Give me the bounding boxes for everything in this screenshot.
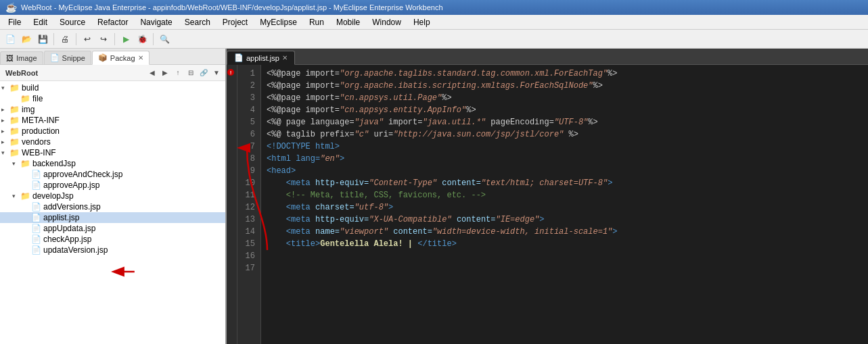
sep1: [53, 33, 54, 45]
tree-item[interactable]: ▾📁WEB-INF: [0, 147, 225, 158]
svg-text:!: !: [230, 70, 232, 76]
error-marker-row: [227, 200, 237, 212]
image-tab-icon: 🖼: [6, 54, 14, 62]
error-marker-row: [227, 103, 237, 115]
menu-item-file[interactable]: File: [3, 16, 26, 28]
menu-item-edit[interactable]: Edit: [28, 16, 53, 28]
menu-item-mobile[interactable]: Mobile: [331, 16, 365, 28]
tree-item[interactable]: ▸📁img: [0, 104, 225, 115]
tree-file-icon: 📁: [20, 191, 30, 201]
error-marker-row: [227, 127, 237, 139]
error-marker-row: [227, 237, 237, 249]
tab-image[interactable]: 🖼 Image: [0, 51, 43, 64]
search-btn[interactable]: 🔍: [157, 32, 172, 47]
tree-item[interactable]: 📄checkApp.jsp: [0, 234, 225, 245]
code-line: <meta http-equiv="Content-Type" content=…: [267, 177, 863, 189]
back-btn[interactable]: ◀: [146, 67, 158, 79]
tree-item[interactable]: 📄appUpdata.jsp: [0, 223, 225, 234]
tree-item[interactable]: ▾📁build: [0, 82, 225, 93]
tree-item-label: addVersions.jsp: [43, 202, 101, 212]
tree-item[interactable]: ▸📁production: [0, 126, 225, 137]
menu-item-source[interactable]: Source: [54, 16, 91, 28]
tree-file-icon: 📁: [9, 137, 20, 147]
editor-tab-applist[interactable]: 📄 applist.jsp ✕: [227, 51, 295, 65]
menu-btn[interactable]: ▼: [210, 67, 223, 79]
tree-item-label: build: [22, 83, 39, 93]
menu-item-myeclipse[interactable]: MyEclipse: [254, 16, 302, 28]
tree-arrow-icon: ▾: [1, 149, 9, 156]
title-bar-text: WebRoot - MyEclipse Java Enterprise - ap…: [21, 3, 443, 11]
line-number: 7: [240, 141, 255, 153]
error-marker-row: [227, 212, 237, 224]
menu-item-window[interactable]: Window: [367, 16, 407, 28]
tree-item[interactable]: 📄updataVersion.jsp: [0, 245, 225, 255]
line-number: 9: [240, 165, 255, 177]
tree-arrow-icon: ▸: [1, 106, 9, 113]
undo-btn[interactable]: ↩: [80, 32, 95, 47]
tree-item[interactable]: 📄approveApp.jsp: [0, 180, 225, 191]
print-btn[interactable]: 🖨: [58, 32, 72, 47]
line-number: 3: [240, 92, 255, 104]
up-btn[interactable]: ↑: [172, 67, 184, 79]
code-line: <%@page import="cn.appsys.entity.AppInfo…: [267, 104, 863, 116]
editor-tab-close[interactable]: ✕: [282, 54, 288, 62]
tree-file-icon: 📁: [20, 94, 30, 103]
link-btn[interactable]: 🔗: [198, 67, 210, 79]
error-marker-row: [227, 261, 237, 273]
menu-item-refactor[interactable]: Refactor: [92, 16, 133, 28]
new-btn[interactable]: 📄: [3, 32, 18, 47]
tree-item[interactable]: 📄approveAndCheck.jsp: [0, 169, 225, 180]
code-line: <%@ page language="java" import="java.ut…: [267, 116, 863, 128]
tree-arrow-icon: ▸: [1, 139, 9, 145]
menu-item-navigate[interactable]: Navigate: [135, 16, 177, 28]
package-tab-close[interactable]: ✕: [138, 54, 143, 62]
debug-btn[interactable]: 🐞: [135, 32, 150, 47]
code-line: <%@page import="org.apache.taglibs.stand…: [267, 68, 863, 80]
tree-item[interactable]: ▾📁backendJsp: [0, 158, 225, 169]
forward-btn[interactable]: ▶: [159, 67, 171, 79]
redo-btn[interactable]: ↪: [96, 32, 111, 47]
line-number: 14: [240, 226, 255, 238]
main-area: 🖼 Image 📄 Snippe 📦 Packag ✕ WebRoot ◀ ▶ …: [0, 49, 868, 344]
tree-item[interactable]: ▸📁META-INF: [0, 115, 225, 126]
save-btn[interactable]: 💾: [35, 32, 50, 47]
tree-file-icon: 📄: [31, 202, 41, 212]
open-btn[interactable]: 📂: [19, 32, 34, 47]
error-marker-row: [227, 249, 237, 261]
code-line: <!DOCTYPE html>: [267, 141, 863, 153]
tree-item-label: approveApp.jsp: [43, 180, 99, 190]
run-btn[interactable]: ▶: [118, 32, 133, 47]
line-number: 16: [240, 250, 255, 262]
menu-item-help[interactable]: Help: [408, 16, 436, 28]
tree-item[interactable]: ▾📁developJsp: [0, 191, 225, 201]
tree-item-label: backendJsp: [32, 159, 76, 168]
tree-item-label: checkApp.jsp: [43, 235, 91, 244]
line-number: 1: [240, 68, 255, 80]
error-marker-row: [227, 151, 237, 164]
tree-item[interactable]: 📁file: [0, 93, 225, 104]
menu-item-run[interactable]: Run: [304, 16, 329, 28]
tree-arrow-icon: ▸: [1, 117, 9, 124]
code-line: <%@page import="cn.appsys.util.Page"%>: [267, 92, 863, 104]
menu-item-project[interactable]: Project: [217, 16, 253, 28]
collapse-btn[interactable]: ⊟: [185, 67, 197, 79]
error-marker-row: [227, 188, 237, 200]
code-content[interactable]: <%@page import="org.apache.taglibs.stand…: [261, 65, 868, 344]
tree-item-label: vendors: [22, 137, 51, 147]
line-number: 6: [240, 128, 255, 141]
tree-item-label: file: [32, 94, 43, 103]
tree-file-icon: 📁: [9, 116, 20, 125]
file-tree: ▾📁build📁file▸📁img▸📁META-INF▸📁production▸…: [0, 81, 225, 344]
line-number: 2: [240, 80, 255, 92]
tree-file-icon: 📁: [9, 105, 20, 114]
tab-snippet[interactable]: 📄 Snippe: [44, 51, 91, 64]
tree-file-icon: 📁: [9, 83, 20, 93]
tab-package[interactable]: 📦 Packag ✕: [92, 51, 150, 65]
tree-item[interactable]: 📄addVersions.jsp: [0, 201, 225, 212]
tree-item[interactable]: ▸📁vendors: [0, 137, 225, 147]
error-marker-row: [227, 78, 237, 91]
menu-item-search[interactable]: Search: [179, 16, 216, 28]
tree-item[interactable]: 📄applist.jsp: [0, 212, 225, 223]
image-tab-label: Image: [16, 54, 37, 62]
tree-file-icon: 📁: [9, 126, 20, 136]
